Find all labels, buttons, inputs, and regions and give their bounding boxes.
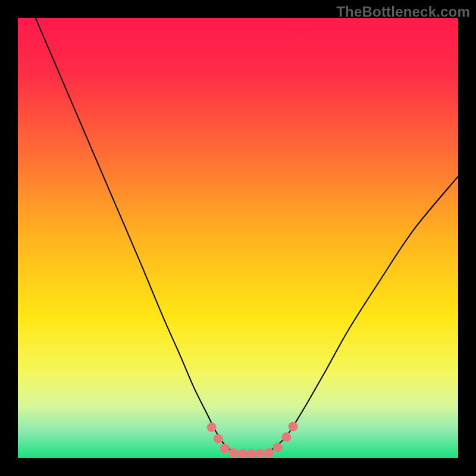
highlight-marker	[237, 449, 247, 458]
chart-svg	[18, 18, 458, 458]
highlight-marker	[214, 434, 223, 443]
highlight-marker	[264, 448, 274, 458]
highlight-marker	[281, 432, 291, 441]
gradient-background	[18, 18, 458, 458]
chart-frame: TheBottleneck.com	[0, 0, 476, 476]
plot-area	[18, 18, 458, 458]
highlight-marker	[289, 422, 298, 431]
highlight-marker	[229, 448, 239, 458]
watermark-text: TheBottleneck.com	[336, 4, 470, 20]
highlight-marker	[255, 449, 265, 458]
highlight-marker	[220, 444, 230, 453]
highlight-marker	[246, 449, 256, 458]
highlight-marker	[273, 443, 283, 452]
highlight-marker	[207, 422, 217, 432]
